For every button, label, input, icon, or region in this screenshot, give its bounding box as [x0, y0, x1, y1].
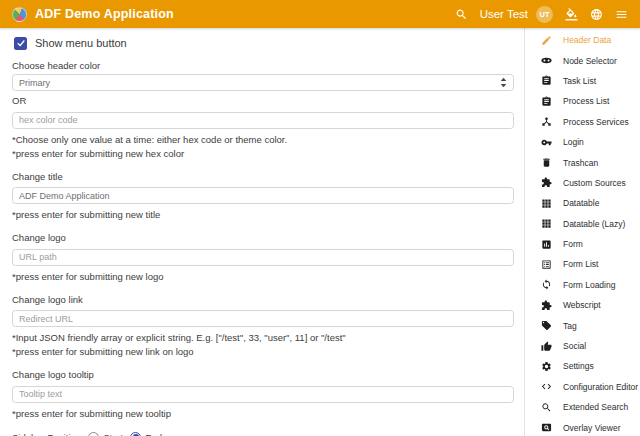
hex-hint-1: *Choose only one value at a time: either… [12, 134, 514, 145]
grid-icon [540, 218, 552, 230]
logo-tooltip-hint: *press enter for submitting new tooltip [12, 408, 514, 419]
sidebar-item-extended-search[interactable]: Extended Search [525, 397, 640, 417]
change-logo-tooltip-label: Change logo tooltip [12, 370, 514, 380]
logo-link-hint-1: *Input JSON friendly array or explicit s… [12, 332, 514, 343]
show-menu-label: Show menu button [35, 37, 127, 49]
change-logo-link-label: Change logo link [12, 295, 514, 305]
sidebar-item-form[interactable]: Form [525, 234, 640, 254]
app-header: ADF Demo Application User Test UT [0, 0, 640, 28]
sidebar-item-configuration-editor[interactable]: Configuration Editor [525, 377, 640, 397]
puzzle-icon [540, 299, 552, 311]
header-color-selected: Primary [19, 78, 50, 88]
or-label: OR [12, 96, 514, 106]
title-input[interactable] [12, 187, 514, 204]
title-hint: *press enter for submitting new title [12, 209, 514, 220]
pencil-icon [540, 34, 552, 46]
puzzle-icon [540, 177, 552, 189]
sidebar-item-login[interactable]: Login [525, 132, 640, 152]
clipboard-icon [540, 75, 552, 87]
sidebar-menu: Header Data Node Selector Task List Proc… [525, 30, 640, 436]
show-menu-checkbox[interactable] [14, 37, 27, 50]
sidebar-item-form-loading[interactable]: Form Loading [525, 275, 640, 295]
header-color-label: Choose header color [12, 61, 514, 71]
change-logo-label: Change logo [12, 233, 514, 243]
search-icon [540, 401, 552, 413]
logo-link-input[interactable] [12, 310, 514, 327]
doc-list-icon [540, 258, 552, 270]
tag-icon [540, 320, 552, 332]
sidebar-item-datatable[interactable]: Datatable [525, 193, 640, 213]
theme-color-icon[interactable] [564, 7, 578, 21]
logo-link-hint-2: *press enter for submitting new link on … [12, 346, 514, 357]
sidebar-item-tag[interactable]: Tag [525, 315, 640, 335]
sidebar-item-form-list[interactable]: Form List [525, 254, 640, 274]
hub-icon [540, 116, 552, 128]
clipboard-icon [540, 95, 552, 107]
select-stepper-icon [500, 77, 507, 88]
sidebar-position-end-radio[interactable]: End [130, 432, 162, 436]
menu-icon[interactable] [614, 7, 628, 21]
key-icon [540, 136, 552, 148]
sidebar-item-datatable-lazy[interactable]: Datatable (Lazy) [525, 214, 640, 234]
language-icon[interactable] [589, 7, 603, 21]
sidebar-item-custom-sources[interactable]: Custom Sources [525, 173, 640, 193]
overlay-viewer-icon [540, 422, 552, 434]
code-icon [540, 381, 552, 393]
sidebar-position-label: Sidebar Position [12, 432, 81, 436]
change-title-label: Change title [12, 172, 514, 182]
header-color-select[interactable]: Primary [12, 74, 514, 91]
radio-circle-icon [88, 432, 99, 436]
sidebar-position-start-radio[interactable]: Start [88, 432, 123, 436]
radio-circle-icon [130, 432, 141, 436]
thumb-up-icon [540, 340, 552, 352]
chart-box-icon [540, 238, 552, 250]
logo-hint: *press enter for submitting new logo [12, 271, 514, 282]
sidebar-item-trashcan[interactable]: Trashcan [525, 152, 640, 172]
sidebar-item-settings[interactable]: Settings [525, 356, 640, 376]
grid-icon [540, 197, 552, 209]
user-name: User Test [480, 8, 528, 20]
sidebar-item-task-list[interactable]: Task List [525, 71, 640, 91]
trash-icon [540, 157, 552, 169]
settings-panel: Show menu button Choose header color Pri… [0, 28, 524, 436]
radio-start-label: Start [103, 432, 123, 436]
hex-color-input[interactable] [12, 112, 514, 129]
avatar[interactable]: UT [536, 6, 553, 23]
search-icon[interactable] [455, 7, 469, 21]
node-selector-icon [540, 55, 552, 67]
sidebar-position-row: Sidebar Position Start End [12, 432, 514, 436]
app-title: ADF Demo Application [35, 7, 174, 21]
gear-icon [540, 360, 552, 372]
loop-icon [540, 279, 552, 291]
logo-input[interactable] [12, 249, 514, 266]
hex-hint-2: *press enter for submitting new hex colo… [12, 148, 514, 159]
radio-end-label: End [145, 432, 162, 436]
sidebar-item-webscript[interactable]: Webscript [525, 295, 640, 315]
sidebar-item-process-list[interactable]: Process List [525, 91, 640, 111]
right-sidebar: Header Data Node Selector Task List Proc… [524, 28, 640, 436]
sidebar-item-header-data[interactable]: Header Data [525, 30, 640, 50]
sidebar-item-node-selector[interactable]: Node Selector [525, 50, 640, 70]
logo-tooltip-input[interactable] [12, 386, 514, 403]
sidebar-item-process-services[interactable]: Process Services [525, 112, 640, 132]
app-logo[interactable] [12, 7, 27, 22]
sidebar-item-social[interactable]: Social [525, 336, 640, 356]
sidebar-item-overlay-viewer[interactable]: Overlay Viewer [525, 417, 640, 436]
